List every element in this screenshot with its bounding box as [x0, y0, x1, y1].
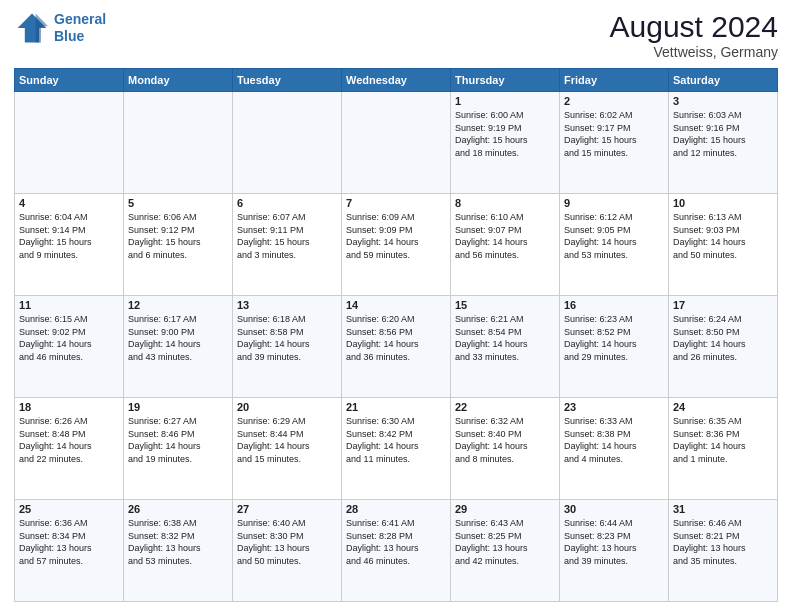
header: General Blue August 2024 Vettweiss, Germ… — [14, 10, 778, 60]
day-number: 29 — [455, 503, 555, 515]
day-cell-29: 29Sunrise: 6:43 AM Sunset: 8:25 PM Dayli… — [451, 500, 560, 602]
day-cell-14: 14Sunrise: 6:20 AM Sunset: 8:56 PM Dayli… — [342, 296, 451, 398]
day-number: 7 — [346, 197, 446, 209]
day-info: Sunrise: 6:24 AM Sunset: 8:50 PM Dayligh… — [673, 313, 773, 363]
day-number: 20 — [237, 401, 337, 413]
day-info: Sunrise: 6:33 AM Sunset: 8:38 PM Dayligh… — [564, 415, 664, 465]
day-header-friday: Friday — [560, 69, 669, 92]
day-cell-16: 16Sunrise: 6:23 AM Sunset: 8:52 PM Dayli… — [560, 296, 669, 398]
day-cell-8: 8Sunrise: 6:10 AM Sunset: 9:07 PM Daylig… — [451, 194, 560, 296]
day-info: Sunrise: 6:15 AM Sunset: 9:02 PM Dayligh… — [19, 313, 119, 363]
day-info: Sunrise: 6:35 AM Sunset: 8:36 PM Dayligh… — [673, 415, 773, 465]
day-info: Sunrise: 6:41 AM Sunset: 8:28 PM Dayligh… — [346, 517, 446, 567]
day-number: 16 — [564, 299, 664, 311]
day-info: Sunrise: 6:23 AM Sunset: 8:52 PM Dayligh… — [564, 313, 664, 363]
svg-marker-0 — [18, 14, 47, 43]
day-header-thursday: Thursday — [451, 69, 560, 92]
day-number: 23 — [564, 401, 664, 413]
day-number: 5 — [128, 197, 228, 209]
day-number: 18 — [19, 401, 119, 413]
day-info: Sunrise: 6:29 AM Sunset: 8:44 PM Dayligh… — [237, 415, 337, 465]
day-info: Sunrise: 6:20 AM Sunset: 8:56 PM Dayligh… — [346, 313, 446, 363]
day-number: 30 — [564, 503, 664, 515]
day-number: 25 — [19, 503, 119, 515]
day-info: Sunrise: 6:07 AM Sunset: 9:11 PM Dayligh… — [237, 211, 337, 261]
week-row-1: 1Sunrise: 6:00 AM Sunset: 9:19 PM Daylig… — [15, 92, 778, 194]
day-info: Sunrise: 6:27 AM Sunset: 8:46 PM Dayligh… — [128, 415, 228, 465]
logo-text: General Blue — [54, 11, 106, 45]
week-row-2: 4Sunrise: 6:04 AM Sunset: 9:14 PM Daylig… — [15, 194, 778, 296]
day-cell-5: 5Sunrise: 6:06 AM Sunset: 9:12 PM Daylig… — [124, 194, 233, 296]
day-cell-23: 23Sunrise: 6:33 AM Sunset: 8:38 PM Dayli… — [560, 398, 669, 500]
day-cell-27: 27Sunrise: 6:40 AM Sunset: 8:30 PM Dayli… — [233, 500, 342, 602]
day-cell-4: 4Sunrise: 6:04 AM Sunset: 9:14 PM Daylig… — [15, 194, 124, 296]
page: General Blue August 2024 Vettweiss, Germ… — [0, 0, 792, 612]
day-number: 17 — [673, 299, 773, 311]
day-number: 14 — [346, 299, 446, 311]
day-number: 3 — [673, 95, 773, 107]
week-row-5: 25Sunrise: 6:36 AM Sunset: 8:34 PM Dayli… — [15, 500, 778, 602]
day-cell-25: 25Sunrise: 6:36 AM Sunset: 8:34 PM Dayli… — [15, 500, 124, 602]
day-info: Sunrise: 6:44 AM Sunset: 8:23 PM Dayligh… — [564, 517, 664, 567]
day-info: Sunrise: 6:06 AM Sunset: 9:12 PM Dayligh… — [128, 211, 228, 261]
day-header-wednesday: Wednesday — [342, 69, 451, 92]
day-cell-7: 7Sunrise: 6:09 AM Sunset: 9:09 PM Daylig… — [342, 194, 451, 296]
day-cell-28: 28Sunrise: 6:41 AM Sunset: 8:28 PM Dayli… — [342, 500, 451, 602]
day-cell-3: 3Sunrise: 6:03 AM Sunset: 9:16 PM Daylig… — [669, 92, 778, 194]
day-info: Sunrise: 6:30 AM Sunset: 8:42 PM Dayligh… — [346, 415, 446, 465]
day-number: 6 — [237, 197, 337, 209]
day-cell-1: 1Sunrise: 6:00 AM Sunset: 9:19 PM Daylig… — [451, 92, 560, 194]
day-info: Sunrise: 6:13 AM Sunset: 9:03 PM Dayligh… — [673, 211, 773, 261]
day-cell-6: 6Sunrise: 6:07 AM Sunset: 9:11 PM Daylig… — [233, 194, 342, 296]
day-number: 24 — [673, 401, 773, 413]
day-cell-24: 24Sunrise: 6:35 AM Sunset: 8:36 PM Dayli… — [669, 398, 778, 500]
day-number: 11 — [19, 299, 119, 311]
empty-cell — [233, 92, 342, 194]
calendar-header-row: SundayMondayTuesdayWednesdayThursdayFrid… — [15, 69, 778, 92]
day-info: Sunrise: 6:43 AM Sunset: 8:25 PM Dayligh… — [455, 517, 555, 567]
day-header-sunday: Sunday — [15, 69, 124, 92]
day-info: Sunrise: 6:09 AM Sunset: 9:09 PM Dayligh… — [346, 211, 446, 261]
location: Vettweiss, Germany — [610, 44, 778, 60]
month-title: August 2024 — [610, 10, 778, 44]
day-cell-22: 22Sunrise: 6:32 AM Sunset: 8:40 PM Dayli… — [451, 398, 560, 500]
day-cell-21: 21Sunrise: 6:30 AM Sunset: 8:42 PM Dayli… — [342, 398, 451, 500]
logo-blue: Blue — [54, 28, 84, 44]
empty-cell — [342, 92, 451, 194]
day-info: Sunrise: 6:00 AM Sunset: 9:19 PM Dayligh… — [455, 109, 555, 159]
day-info: Sunrise: 6:04 AM Sunset: 9:14 PM Dayligh… — [19, 211, 119, 261]
day-number: 2 — [564, 95, 664, 107]
day-number: 28 — [346, 503, 446, 515]
day-cell-26: 26Sunrise: 6:38 AM Sunset: 8:32 PM Dayli… — [124, 500, 233, 602]
day-number: 19 — [128, 401, 228, 413]
logo-icon — [14, 10, 50, 46]
day-info: Sunrise: 6:26 AM Sunset: 8:48 PM Dayligh… — [19, 415, 119, 465]
week-row-4: 18Sunrise: 6:26 AM Sunset: 8:48 PM Dayli… — [15, 398, 778, 500]
day-cell-9: 9Sunrise: 6:12 AM Sunset: 9:05 PM Daylig… — [560, 194, 669, 296]
day-cell-12: 12Sunrise: 6:17 AM Sunset: 9:00 PM Dayli… — [124, 296, 233, 398]
empty-cell — [15, 92, 124, 194]
day-cell-11: 11Sunrise: 6:15 AM Sunset: 9:02 PM Dayli… — [15, 296, 124, 398]
day-info: Sunrise: 6:32 AM Sunset: 8:40 PM Dayligh… — [455, 415, 555, 465]
day-number: 12 — [128, 299, 228, 311]
day-header-saturday: Saturday — [669, 69, 778, 92]
day-number: 9 — [564, 197, 664, 209]
day-number: 10 — [673, 197, 773, 209]
day-info: Sunrise: 6:17 AM Sunset: 9:00 PM Dayligh… — [128, 313, 228, 363]
day-info: Sunrise: 6:03 AM Sunset: 9:16 PM Dayligh… — [673, 109, 773, 159]
day-number: 4 — [19, 197, 119, 209]
day-info: Sunrise: 6:12 AM Sunset: 9:05 PM Dayligh… — [564, 211, 664, 261]
day-cell-20: 20Sunrise: 6:29 AM Sunset: 8:44 PM Dayli… — [233, 398, 342, 500]
week-row-3: 11Sunrise: 6:15 AM Sunset: 9:02 PM Dayli… — [15, 296, 778, 398]
day-number: 21 — [346, 401, 446, 413]
day-cell-19: 19Sunrise: 6:27 AM Sunset: 8:46 PM Dayli… — [124, 398, 233, 500]
day-number: 8 — [455, 197, 555, 209]
day-cell-13: 13Sunrise: 6:18 AM Sunset: 8:58 PM Dayli… — [233, 296, 342, 398]
logo-general: General — [54, 11, 106, 27]
day-cell-2: 2Sunrise: 6:02 AM Sunset: 9:17 PM Daylig… — [560, 92, 669, 194]
day-cell-30: 30Sunrise: 6:44 AM Sunset: 8:23 PM Dayli… — [560, 500, 669, 602]
day-header-monday: Monday — [124, 69, 233, 92]
logo: General Blue — [14, 10, 106, 46]
day-number: 1 — [455, 95, 555, 107]
day-info: Sunrise: 6:36 AM Sunset: 8:34 PM Dayligh… — [19, 517, 119, 567]
